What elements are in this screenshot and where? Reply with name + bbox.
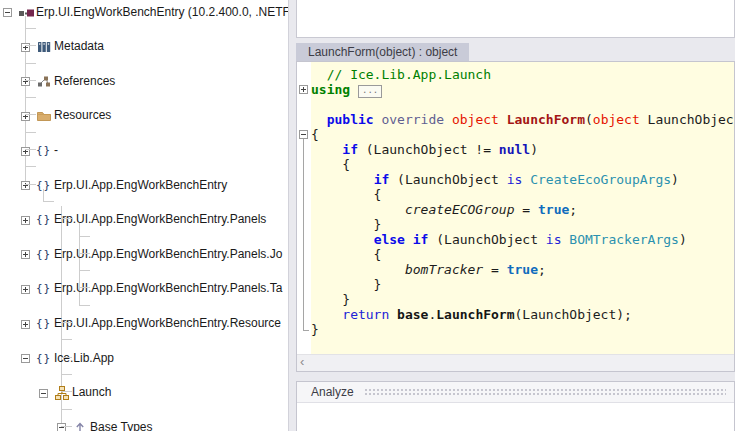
code-line: } [311,217,734,232]
tree-item[interactable]: createECOGroup : bool [0,348,288,365]
fold-region-line [303,139,309,331]
tree-item[interactable]: Resources [0,54,288,71]
analyze-panel: Analyze [296,381,735,431]
tree-item[interactable]: Metadata [0,19,288,36]
horizontal-scrollbar[interactable]: ‹ [297,354,734,371]
code-content: // Ice.Lib.App.Launchusing ... public ov… [311,62,734,355]
tab-label: LaunchForm(object) : object [308,45,457,59]
code-line: { [311,247,734,262]
tree-item[interactable]: Erp.UI.EngWorkBenchEntry (10.2.400.0, .N… [0,2,288,19]
tree-item-label: Erp.UI.EngWorkBenchEntry (10.2.400.0, .N… [33,5,289,20]
tree-item[interactable]: System.IDisposable [0,262,288,279]
tree-item[interactable]: *InitializeLaunch() : void [0,383,288,400]
tree-item[interactable]: {}- [0,71,288,88]
assembly-icon [18,5,34,21]
analyze-panel-header[interactable]: Analyze [297,382,734,403]
tree-item[interactable]: {}Erp.UI.App.EngWorkBenchEntry.Panels [0,106,288,123]
fold-expand-marker[interactable] [299,85,308,94]
code-line: using ... [311,82,734,97]
analyze-panel-title: Analyze [311,385,354,399]
code-line: { [311,127,734,142]
tree-item[interactable]: Ice.Lib.Framework.EpiBaseLaun [0,227,288,244]
collapse-icon[interactable] [3,8,12,17]
tree-item[interactable]: System.Object [0,296,288,313]
collapsed-region-box[interactable]: ... [358,85,382,98]
code-line: // Ice.Lib.App.Launch [311,67,734,82]
tree-item[interactable]: Ice.Lib.Framework.ILaunch [0,279,288,296]
document-tab[interactable]: LaunchForm(object) : object [296,43,469,61]
code-line: } [311,322,734,337]
code-line: createECOGroup = true; [311,202,734,217]
assembly-browser-window: Erp.UI.EngWorkBenchEntry (10.2.400.0, .N… [0,0,735,431]
code-line: { [311,187,734,202]
tree-item[interactable]: {}Erp.UI.App.EngWorkBenchEntry [0,89,288,106]
code-line: else if (LaunchObject is BOMTrackerArgs) [311,232,734,247]
assembly-tree[interactable]: Erp.UI.EngWorkBenchEntry (10.2.400.0, .N… [0,0,289,431]
tree-item[interactable]: Launch [0,192,288,209]
tree-item[interactable]: LaunchForm(object) : object [0,400,288,417]
code-line: if (LaunchObject is CreateEcoGroupArgs) [311,172,734,187]
tree-item[interactable]: Ice.Lib.Framework.IShow [0,244,288,261]
scroll-left-button[interactable]: ‹ [300,355,304,371]
tree-item[interactable]: Launch() [0,365,288,382]
code-line: public override object LaunchForm(object… [311,112,734,127]
code-line: } [311,292,734,307]
tree-item[interactable]: IShow(object, DataSet) : Form [0,417,288,431]
tree-item[interactable]: Base Types [0,210,288,227]
code-line: { [311,157,734,172]
code-line: bomTracker = true; [311,262,734,277]
fold-gutter [297,62,311,355]
tree-item[interactable]: {}Erp.UI.App.EngWorkBenchEntry.Panels.Ta [0,140,288,157]
tree-item[interactable]: {}Erp.UI.App.EngWorkBenchEntry.Resource [0,158,288,175]
tree-item[interactable]: Derived Types [0,313,288,330]
code-line [311,97,734,112]
tree-item[interactable]: bomTracker : bool [0,331,288,348]
code-editor[interactable]: // Ice.Lib.App.Launchusing ... public ov… [296,61,735,372]
panel-drag-grip-icon[interactable] [364,388,726,397]
tree-item[interactable]: {}Ice.Lib.App [0,175,288,192]
code-line: return base.LaunchForm(LaunchObject); [311,307,734,322]
code-line: } [311,277,734,292]
code-line: if (LaunchObject != null) [311,142,734,157]
top-pane [296,0,735,38]
tree-item[interactable]: {}Erp.UI.App.EngWorkBenchEntry.Panels.Jo [0,123,288,140]
fold-collapse-marker[interactable] [299,130,308,139]
tree-item[interactable]: References [0,37,288,54]
